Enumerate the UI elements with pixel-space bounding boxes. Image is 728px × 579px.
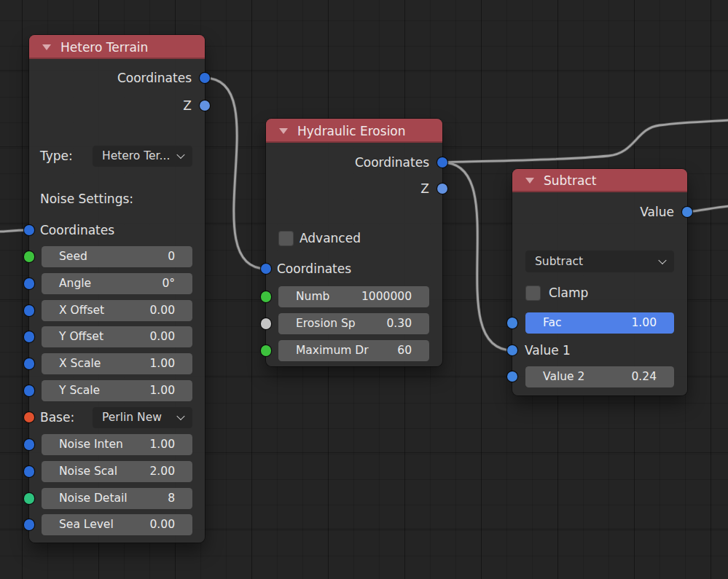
node-editor-canvas[interactable]: { "colors": { "background": "#242424", "… — [0, 0, 728, 579]
input-coordinates: Coordinates — [266, 258, 442, 280]
socket-input-sea-level[interactable] — [24, 519, 35, 530]
clamp-row: Clamp — [512, 282, 687, 304]
chevron-down-icon — [176, 151, 184, 159]
field-noise-scale[interactable]: Noise Scal 2.00 — [42, 461, 192, 482]
socket-input-erosion-sp[interactable] — [261, 318, 272, 329]
advanced-row: Advanced — [266, 227, 442, 249]
field-noise-intensity[interactable]: Noise Inten 1.00 — [42, 434, 192, 455]
node-header[interactable]: Hetero Terrain — [29, 35, 205, 59]
socket-input-numb[interactable] — [261, 291, 272, 302]
field-seed[interactable]: Seed 0 — [42, 246, 192, 267]
socket-input-y-offset[interactable] — [24, 331, 35, 342]
collapse-triangle-icon[interactable] — [525, 178, 534, 184]
field-erosion-sp[interactable]: Erosion Sp 0.30 — [278, 313, 429, 334]
type-label: Type: — [40, 149, 73, 163]
chevron-down-icon — [176, 412, 184, 420]
collapse-triangle-icon[interactable] — [42, 44, 51, 50]
output-z: Z — [29, 95, 205, 117]
field-sea-level[interactable]: Sea Level 0.00 — [42, 514, 192, 535]
socket-output-z[interactable] — [437, 184, 448, 194]
socket-output-z[interactable] — [200, 101, 211, 111]
input-coordinates: Coordinates — [29, 219, 205, 241]
field-maximum-dr[interactable]: Maximum Dr 60 — [278, 340, 429, 361]
collapse-triangle-icon[interactable] — [279, 128, 288, 134]
socket-input-y-scale[interactable] — [24, 385, 35, 396]
socket-input-seed[interactable] — [24, 251, 35, 262]
socket-input-maximum-dr[interactable] — [261, 345, 272, 356]
wire-hydraulic-to-subtract — [442, 162, 512, 350]
socket-output-coordinates[interactable] — [437, 157, 448, 168]
input-value1: Value 1 — [512, 339, 687, 361]
socket-input-fac[interactable] — [507, 318, 518, 328]
node-hetero-terrain[interactable]: Hetero Terrain Coordinates Z Type: Heter… — [29, 35, 205, 543]
operation-dropdown[interactable]: Subtract — [525, 251, 674, 272]
chevron-down-icon — [658, 256, 666, 264]
noise-settings-label-row: Noise Settings: — [29, 188, 205, 210]
field-x-offset[interactable]: X Offset 0.00 — [42, 300, 192, 321]
field-y-scale[interactable]: Y Scale 1.00 — [42, 380, 192, 401]
base-dropdown[interactable]: Perlin New — [93, 407, 192, 428]
socket-input-angle[interactable] — [24, 278, 35, 289]
node-hydraulic-erosion[interactable]: Hydraulic Erosion Coordinates Z Advanced… — [266, 119, 442, 366]
node-title: Hydraulic Erosion — [297, 124, 406, 138]
node-subtract[interactable]: Subtract Value Subtract Clamp Fac 1.00 V… — [512, 169, 687, 395]
node-header[interactable]: Hydraulic Erosion — [266, 119, 442, 143]
node-title: Subtract — [544, 173, 596, 188]
base-label: Base: — [40, 410, 74, 425]
field-numb[interactable]: Numb 1000000 — [278, 286, 429, 307]
output-z: Z — [266, 178, 442, 200]
field-value2[interactable]: Value 2 0.24 — [525, 366, 674, 387]
output-value: Value — [512, 201, 687, 223]
socket-input-x-offset[interactable] — [24, 305, 35, 316]
field-x-scale[interactable]: X Scale 1.00 — [42, 353, 192, 374]
type-dropdown[interactable]: Hetero Ter... — [93, 146, 192, 167]
socket-input-noise-scale[interactable] — [24, 466, 35, 477]
node-header[interactable]: Subtract — [512, 169, 687, 192]
wire-subtract-to-offscreen — [687, 206, 728, 212]
field-y-offset[interactable]: Y Offset 0.00 — [42, 326, 192, 347]
socket-output-value[interactable] — [682, 207, 693, 218]
output-coordinates: Coordinates — [29, 67, 205, 89]
output-coordinates: Coordinates — [266, 151, 442, 173]
field-noise-detail[interactable]: Noise Detail 8 — [42, 488, 192, 509]
socket-input-noise-detail[interactable] — [24, 493, 35, 504]
node-title: Hetero Terrain — [60, 40, 148, 55]
socket-input-x-scale[interactable] — [24, 358, 35, 369]
socket-input-noise-intensity[interactable] — [24, 439, 35, 450]
socket-output-coordinates[interactable] — [200, 73, 211, 84]
wire-hetero-to-hydraulic — [205, 78, 266, 269]
socket-input-value2[interactable] — [507, 371, 518, 382]
field-fac[interactable]: Fac 1.00 — [525, 312, 674, 334]
field-angle[interactable]: Angle 0° — [42, 273, 192, 294]
